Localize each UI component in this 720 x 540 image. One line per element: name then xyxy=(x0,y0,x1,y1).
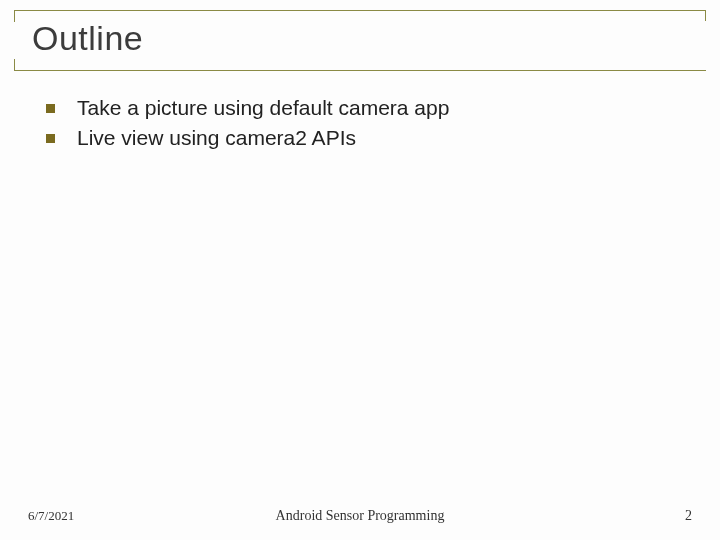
footer-date: 6/7/2021 xyxy=(28,508,74,524)
footer-page-number: 2 xyxy=(685,508,692,524)
bullet-text: Take a picture using default camera app xyxy=(77,96,449,120)
slide: Outline Take a picture using default cam… xyxy=(0,0,720,540)
bullet-icon xyxy=(46,134,55,143)
footer-center: Android Sensor Programming xyxy=(276,508,445,524)
content-area: Take a picture using default camera app … xyxy=(46,96,680,156)
list-item: Take a picture using default camera app xyxy=(46,96,680,120)
footer: 6/7/2021 Android Sensor Programming 2 xyxy=(28,508,692,524)
title-underline xyxy=(14,70,706,71)
title-tick-top-right xyxy=(705,10,706,21)
title-band: Outline xyxy=(14,10,706,70)
slide-title: Outline xyxy=(32,19,143,58)
title-tick-bottom-left xyxy=(14,59,15,70)
title-tick-left xyxy=(14,10,15,22)
bullet-icon xyxy=(46,104,55,113)
bullet-text: Live view using camera2 APIs xyxy=(77,126,356,150)
list-item: Live view using camera2 APIs xyxy=(46,126,680,150)
